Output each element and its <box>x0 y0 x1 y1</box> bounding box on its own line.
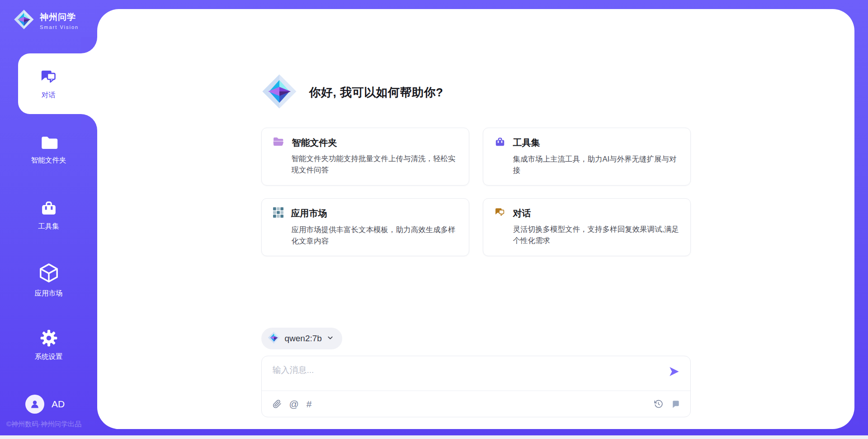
card-title: 智能文件夹 <box>292 137 337 149</box>
brand-logo-icon <box>14 9 34 32</box>
conversation-icon[interactable] <box>671 400 680 409</box>
gear-icon <box>39 329 58 349</box>
model-name: qwen2:7b <box>285 334 322 344</box>
main-panel: 你好, 我可以如何帮助你? 智能文件夹 智能文件夹功能支持批量文件上传与清洗，轻… <box>97 9 854 429</box>
sidebar-item-label: 智能文件夹 <box>31 156 66 165</box>
send-button[interactable] <box>668 365 680 378</box>
card-smart-folder[interactable]: 智能文件夹 智能文件夹功能支持批量文件上传与清洗，轻松实现文件问答 <box>261 128 469 186</box>
sidebar-item-toolbox[interactable]: 工具集 <box>0 199 97 231</box>
user-profile[interactable]: AD <box>25 395 65 414</box>
sidebar-footer: ©神州数码·神州问学出品 <box>6 420 81 429</box>
brand-subtitle: Smart Vision <box>40 24 79 30</box>
sidebar-item-chat[interactable]: 对话 <box>0 68 97 100</box>
brand: 神州问学 Smart Vision <box>14 9 79 32</box>
card-title: 应用市场 <box>291 207 327 220</box>
sidebar-item-app-market[interactable]: 应用市场 <box>0 262 97 298</box>
user-initials: AD <box>52 399 65 410</box>
history-icon[interactable] <box>654 399 663 409</box>
greeting-text: 你好, 我可以如何帮助你? <box>309 85 443 100</box>
greeting-block: 你好, 我可以如何帮助你? <box>261 73 691 111</box>
model-selector[interactable]: qwen2:7b <box>261 328 342 349</box>
sidebar-item-label: 系统设置 <box>35 352 63 362</box>
sidebar-item-label: 对话 <box>42 91 56 100</box>
card-description: 灵活切换多模型文件，支持多样回复效果调试,满足个性化需求 <box>513 224 679 246</box>
mention-icon[interactable]: @ <box>289 399 299 409</box>
active-tab-fillet-bottom <box>81 114 97 130</box>
feature-cards: 智能文件夹 智能文件夹功能支持批量文件上传与清洗，轻松实现文件问答 工具集 集成… <box>261 128 691 256</box>
grid-icon <box>273 207 284 220</box>
active-tab-fillet-top <box>81 37 97 53</box>
avatar <box>25 395 44 414</box>
folder-open-icon <box>273 136 285 149</box>
sidebar-item-smart-folder[interactable]: 智能文件夹 <box>0 134 97 165</box>
sidebar-item-label: 工具集 <box>38 222 59 231</box>
message-composer: @ # <box>261 356 691 417</box>
card-title: 对话 <box>513 207 531 220</box>
sidebar-item-label: 应用市场 <box>35 289 63 298</box>
card-chat[interactable]: 对话 灵活切换多模型文件，支持多样回复效果调试,满足个性化需求 <box>483 198 691 256</box>
model-logo-icon <box>268 331 280 346</box>
card-title: 工具集 <box>513 137 540 149</box>
bottom-scrollbar-track[interactable] <box>0 435 868 439</box>
toolbox-icon <box>39 199 58 219</box>
card-description: 应用市场提供丰富长文本模板，助力高效生成多样化文章内容 <box>292 224 458 247</box>
assistant-logo-icon <box>261 73 297 111</box>
chevron-down-icon <box>326 334 334 344</box>
cube-icon <box>38 262 59 286</box>
toolbox-icon <box>494 136 506 149</box>
chat-icon <box>494 207 506 220</box>
message-input[interactable] <box>273 365 661 375</box>
sidebar: 神州问学 Smart Vision 对话 智能文件夹 <box>0 0 97 439</box>
sidebar-item-settings[interactable]: 系统设置 <box>0 329 97 362</box>
brand-name: 神州问学 <box>40 11 79 23</box>
card-toolbox[interactable]: 工具集 集成市场上主流工具，助力AI与外界无缝扩展与对接 <box>483 128 691 186</box>
hashtag-icon[interactable]: # <box>307 399 312 409</box>
folder-icon <box>39 134 58 153</box>
chat-icon <box>39 68 58 88</box>
card-app-market[interactable]: 应用市场 应用市场提供丰富长文本模板，助力高效生成多样化文章内容 <box>261 198 469 256</box>
attachment-icon[interactable] <box>273 399 282 409</box>
card-description: 智能文件夹功能支持批量文件上传与清洗，轻松实现文件问答 <box>292 153 458 176</box>
card-description: 集成市场上主流工具，助力AI与外界无缝扩展与对接 <box>513 153 679 176</box>
